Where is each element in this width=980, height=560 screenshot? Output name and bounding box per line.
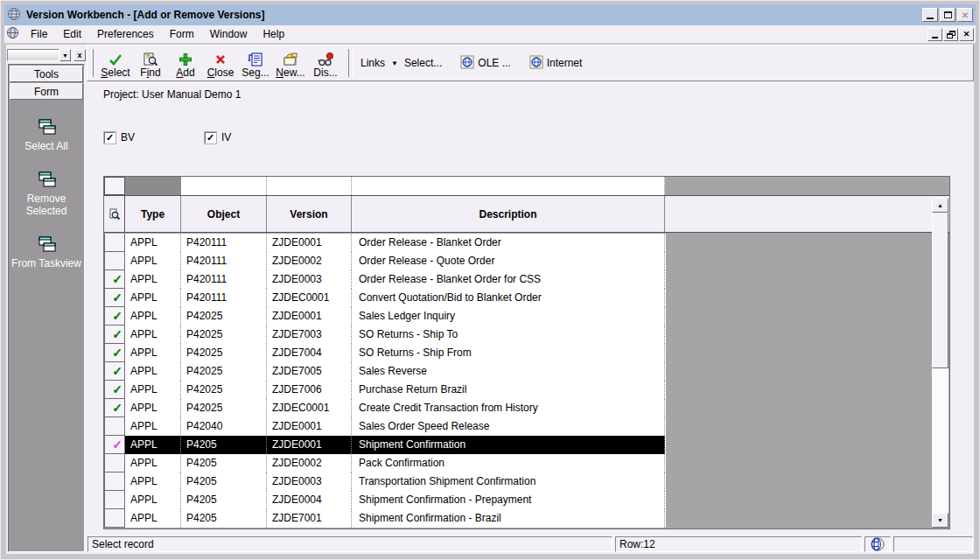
cell-version[interactable]: ZJDE0003 — [267, 472, 352, 491]
row-select-cell[interactable] — [104, 417, 125, 436]
scrollbar-thumb[interactable] — [932, 213, 948, 368]
cell-version[interactable]: ZJDE0004 — [267, 491, 352, 509]
cell-description[interactable]: SO Returns - Ship To — [352, 326, 665, 344]
close-button[interactable]: ✕ — [957, 8, 973, 22]
cell-description[interactable]: Convert Quotation/Bid to Blanket Order — [352, 289, 665, 307]
cell-type[interactable]: APPL — [125, 307, 181, 326]
table-row[interactable]: ✓ APPL P420111 ZJDE0003 Order Release - … — [104, 270, 666, 289]
mdi-minimize-button[interactable] — [928, 28, 942, 41]
cell-version[interactable]: ZJDE0002 — [267, 454, 352, 472]
cell-type[interactable]: APPL — [125, 417, 181, 436]
cell-description[interactable]: Purchase Return Brazil — [352, 381, 665, 399]
qbe-type-cell[interactable] — [125, 177, 181, 195]
cell-description[interactable]: SO Returns - Ship From — [352, 344, 665, 362]
row-select-cell[interactable] — [104, 491, 125, 509]
table-row[interactable]: ✓ APPL P42025 ZJDE7006 Purchase Return B… — [104, 381, 666, 399]
cell-type[interactable]: APPL — [125, 270, 181, 289]
row-select-cell[interactable]: ✓ — [104, 362, 125, 381]
cell-object[interactable]: P4205 — [181, 491, 267, 509]
cell-object[interactable]: P4205 — [181, 509, 267, 528]
row-select-cell[interactable]: ✓ — [104, 399, 125, 417]
tab-tools[interactable]: Tools — [10, 66, 83, 82]
checkbox-check-icon[interactable]: ✓ — [104, 132, 116, 144]
cell-object[interactable]: P42025 — [181, 344, 267, 362]
cell-object[interactable]: P42025 — [181, 307, 267, 326]
column-header-type[interactable]: Type — [125, 196, 181, 232]
table-row[interactable]: ✓ APPL P42025 ZJDE0001 Sales Ledger Inqu… — [104, 307, 666, 326]
add-button[interactable]: Add — [168, 46, 203, 80]
table-row[interactable]: ✓ APPL P42025 ZJDEC0001 Create Credit Tr… — [104, 399, 666, 417]
cell-description[interactable]: Order Release - Quote Order — [352, 252, 665, 270]
table-row[interactable]: ✓ APPL P42025 ZJDE7005 Sales Reverse — [104, 362, 666, 381]
cell-type[interactable]: APPL — [125, 362, 181, 381]
cell-object[interactable]: P420111 — [181, 289, 267, 307]
cell-description[interactable]: Sales Order Speed Release — [352, 417, 665, 436]
sidebar-combo-box[interactable] — [7, 49, 60, 61]
cell-description[interactable]: Create Credit Transaction from History — [352, 399, 665, 417]
ole-button[interactable]: OLE ... — [460, 55, 510, 72]
dis-button[interactable]: Dis... — [308, 46, 343, 80]
cell-version[interactable]: ZJDE0001 — [267, 436, 352, 454]
toolbar-grab-handle[interactable] — [91, 49, 94, 77]
qbe-description-cell[interactable] — [352, 177, 665, 195]
column-header-version[interactable]: Version — [267, 196, 352, 232]
scroll-up-icon[interactable]: ▲ — [932, 198, 948, 213]
cell-description[interactable]: Shipment Confirmation - Brazil — [352, 509, 665, 528]
menu-item-window[interactable]: Window — [202, 26, 256, 42]
cell-description[interactable]: Order Release - Blanket Order — [352, 234, 665, 252]
links-select-item[interactable]: Select... — [404, 57, 442, 69]
menu-item-form[interactable]: Form — [162, 26, 202, 42]
table-row[interactable]: APPL P4205 ZJDE0002 Pack Confirmation — [104, 454, 666, 472]
cell-type[interactable]: APPL — [125, 399, 181, 417]
row-select-cell[interactable]: ✓ — [104, 326, 125, 344]
grid-vertical-scrollbar[interactable]: ▲ ▼ — [932, 198, 948, 528]
cell-object[interactable]: P42025 — [181, 399, 267, 417]
cell-version[interactable]: ZJDEC0001 — [267, 289, 352, 307]
cell-object[interactable]: P42025 — [181, 326, 267, 344]
cell-description[interactable]: Shipment Confirmation — [352, 436, 665, 454]
sidebar-item-select-all[interactable]: Select All — [10, 119, 83, 152]
sidebar-item-remove-selected[interactable]: Remove Selected — [10, 172, 83, 217]
cell-version[interactable]: ZJDE7004 — [267, 344, 352, 362]
cell-type[interactable]: APPL — [125, 491, 181, 509]
column-header-description[interactable]: Description — [352, 196, 665, 232]
cell-description[interactable]: Pack Confirmation — [352, 454, 665, 472]
table-row[interactable]: APPL P420111 ZJDE0002 Order Release - Qu… — [104, 252, 666, 270]
row-select-cell[interactable]: ✓ — [104, 289, 125, 307]
sidebar-item-from-taskview[interactable]: From Taskview — [10, 236, 83, 270]
minimize-button[interactable] — [922, 8, 938, 22]
menu-item-preferences[interactable]: Preferences — [89, 26, 162, 42]
cell-type[interactable]: APPL — [125, 436, 181, 454]
cell-type[interactable]: APPL — [125, 381, 181, 399]
row-select-cell[interactable]: ✓ — [104, 436, 125, 454]
combo-dropdown-icon[interactable]: ▼ — [60, 49, 71, 61]
seg-button[interactable]: Seg... — [238, 46, 273, 80]
cell-type[interactable]: APPL — [125, 472, 181, 491]
cell-version[interactable]: ZJDE7006 — [267, 381, 352, 399]
table-row[interactable]: APPL P4205 ZJDE0004 Shipment Confirmatio… — [104, 491, 666, 509]
cell-version[interactable]: ZJDE0001 — [267, 234, 352, 252]
cell-object[interactable]: P42025 — [181, 381, 267, 399]
cell-object[interactable]: P4205 — [181, 436, 267, 454]
cell-object[interactable]: P42040 — [181, 417, 267, 436]
table-row[interactable]: APPL P4205 ZJDE0003 Transportation Shipm… — [104, 472, 666, 491]
cell-type[interactable]: APPL — [125, 509, 181, 528]
cell-object[interactable]: P420111 — [181, 270, 267, 289]
cell-description[interactable]: Sales Reverse — [352, 362, 665, 381]
bv-checkbox[interactable]: ✓ BV — [104, 131, 205, 144]
grid-qbe-row[interactable] — [104, 177, 949, 196]
qbe-corner-cell[interactable] — [104, 177, 125, 195]
menu-item-file[interactable]: File — [23, 26, 55, 42]
select-button[interactable]: Select — [98, 46, 133, 80]
maximize-button[interactable] — [940, 8, 956, 22]
cell-object[interactable]: P42025 — [181, 362, 267, 381]
menu-item-help[interactable]: Help — [255, 26, 292, 42]
tab-form[interactable]: Form — [10, 83, 83, 100]
row-select-cell[interactable]: ✓ — [104, 270, 125, 289]
table-row[interactable]: ✓ APPL P42025 ZJDE7004 SO Returns - Ship… — [104, 344, 666, 362]
table-row[interactable]: APPL P420111 ZJDE0001 Order Release - Bl… — [104, 234, 666, 252]
mdi-restore-button[interactable] — [943, 28, 958, 41]
row-select-cell[interactable] — [104, 454, 125, 472]
cell-version[interactable]: ZJDE0002 — [267, 252, 352, 270]
cell-version[interactable]: ZJDE0001 — [267, 417, 352, 436]
